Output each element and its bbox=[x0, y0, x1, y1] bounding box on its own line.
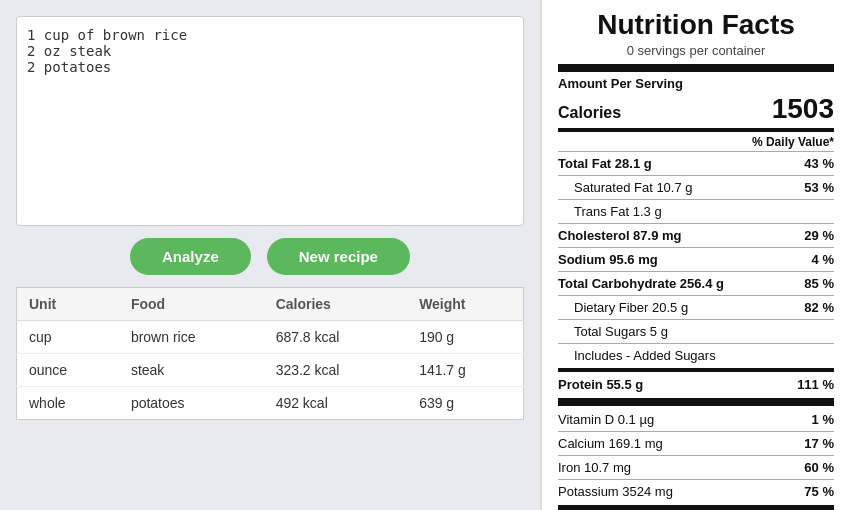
button-row: Analyze New recipe bbox=[16, 238, 524, 275]
cell-food: brown rice bbox=[119, 321, 264, 354]
cell-food: steak bbox=[119, 354, 264, 387]
total-carb-dv: 85 % bbox=[804, 276, 834, 291]
sodium-label: Sodium 95.6 mg bbox=[558, 252, 658, 267]
left-panel: 1 cup of brown rice 2 oz steak 2 potatoe… bbox=[0, 0, 540, 510]
dietary-fiber-dv: 82 % bbox=[804, 300, 834, 315]
calcium-row: Calcium 169.1 mg 17 % bbox=[558, 434, 834, 453]
cell-weight: 141.7 g bbox=[407, 354, 523, 387]
table-row: wholepotatoes492 kcal639 g bbox=[17, 387, 524, 420]
col-weight: Weight bbox=[407, 288, 523, 321]
saturated-fat-label: Saturated Fat 10.7 g bbox=[558, 180, 693, 195]
calcium-dv: 17 % bbox=[804, 436, 834, 451]
vitamin-d-row: Vitamin D 0.1 µg 1 % bbox=[558, 410, 834, 429]
analyze-button[interactable]: Analyze bbox=[130, 238, 251, 275]
cell-food: potatoes bbox=[119, 387, 264, 420]
iron-dv: 60 % bbox=[804, 460, 834, 475]
total-fat-row: Total Fat 28.1 g 43 % bbox=[558, 154, 834, 173]
daily-value-header: % Daily Value* bbox=[558, 135, 834, 149]
total-fat-dv: 43 % bbox=[804, 156, 834, 171]
col-food: Food bbox=[119, 288, 264, 321]
total-fat-label: Total Fat 28.1 g bbox=[558, 156, 652, 171]
col-calories: Calories bbox=[264, 288, 408, 321]
total-sugars-row: Total Sugars 5 g bbox=[558, 322, 834, 341]
cell-weight: 639 g bbox=[407, 387, 523, 420]
dietary-fiber-row: Dietary Fiber 20.5 g 82 % bbox=[558, 298, 834, 317]
protein-row: Protein 55.5 g 111 % bbox=[558, 375, 834, 394]
cell-unit: whole bbox=[17, 387, 119, 420]
cell-calories: 492 kcal bbox=[264, 387, 408, 420]
new-recipe-button[interactable]: New recipe bbox=[267, 238, 410, 275]
protein-label: Protein 55.5 g bbox=[558, 377, 643, 392]
cell-calories: 323.2 kcal bbox=[264, 354, 408, 387]
potassium-row: Potassium 3524 mg 75 % bbox=[558, 482, 834, 501]
cell-unit: ounce bbox=[17, 354, 119, 387]
cholesterol-dv: 29 % bbox=[804, 228, 834, 243]
calcium-label: Calcium 169.1 mg bbox=[558, 436, 663, 451]
vitamin-d-label: Vitamin D 0.1 µg bbox=[558, 412, 654, 427]
iron-label: Iron 10.7 mg bbox=[558, 460, 631, 475]
recipe-textarea[interactable]: 1 cup of brown rice 2 oz steak 2 potatoe… bbox=[16, 16, 524, 226]
cholesterol-label: Cholesterol 87.9 mg bbox=[558, 228, 682, 243]
nutrition-title: Nutrition Facts bbox=[558, 10, 834, 41]
iron-row: Iron 10.7 mg 60 % bbox=[558, 458, 834, 477]
sodium-row: Sodium 95.6 mg 4 % bbox=[558, 250, 834, 269]
nutrition-panel: Nutrition Facts 0 servings per container… bbox=[540, 0, 850, 510]
vitamin-d-dv: 1 % bbox=[812, 412, 834, 427]
table-row: ouncesteak323.2 kcal141.7 g bbox=[17, 354, 524, 387]
total-carb-row: Total Carbohydrate 256.4 g 85 % bbox=[558, 274, 834, 293]
protein-dv: 111 % bbox=[797, 377, 834, 392]
col-unit: Unit bbox=[17, 288, 119, 321]
saturated-fat-row: Saturated Fat 10.7 g 53 % bbox=[558, 178, 834, 197]
food-table: Unit Food Calories Weight cupbrown rice6… bbox=[16, 287, 524, 420]
includes-added-sugars-row: Includes - Added Sugars bbox=[558, 346, 834, 365]
sodium-dv: 4 % bbox=[812, 252, 834, 267]
total-carb-label: Total Carbohydrate 256.4 g bbox=[558, 276, 724, 291]
saturated-fat-dv: 53 % bbox=[804, 180, 834, 195]
cell-calories: 687.8 kcal bbox=[264, 321, 408, 354]
calories-value: 1503 bbox=[772, 93, 834, 125]
trans-fat-row: Trans Fat 1.3 g bbox=[558, 202, 834, 221]
dietary-fiber-label: Dietary Fiber 20.5 g bbox=[558, 300, 688, 315]
cholesterol-row: Cholesterol 87.9 mg 29 % bbox=[558, 226, 834, 245]
amount-per-serving: Amount Per Serving bbox=[558, 76, 834, 91]
nutrition-servings: 0 servings per container bbox=[558, 43, 834, 58]
potassium-dv: 75 % bbox=[804, 484, 834, 499]
potassium-label: Potassium 3524 mg bbox=[558, 484, 673, 499]
calories-label: Calories bbox=[558, 104, 621, 122]
cell-unit: cup bbox=[17, 321, 119, 354]
cell-weight: 190 g bbox=[407, 321, 523, 354]
table-row: cupbrown rice687.8 kcal190 g bbox=[17, 321, 524, 354]
